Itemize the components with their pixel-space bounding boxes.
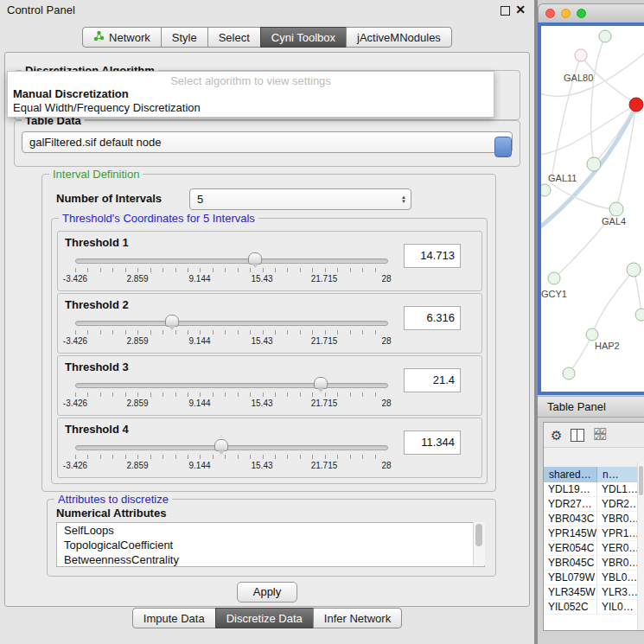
tick-label: 28 <box>381 399 391 408</box>
column-header-shared-name[interactable]: shared… <box>544 467 597 482</box>
network-view-window: GAL80GAL11GAL4GCY1HAP2 <box>538 3 644 394</box>
table-scrollbar[interactable] <box>637 462 644 630</box>
apply-button[interactable]: Apply <box>237 582 297 603</box>
slider-thumb-icon[interactable] <box>314 377 328 389</box>
network-node[interactable] <box>587 157 601 171</box>
threshold-slider[interactable] <box>75 258 388 264</box>
tab-select[interactable]: Select <box>207 27 261 48</box>
interval-definition-group: Interval Definition Number of Intervals … <box>41 174 496 492</box>
table-row[interactable]: YBR043CYBR0… <box>544 512 644 526</box>
dropdown-item-manual-discretization[interactable]: Manual Discretization <box>13 87 488 100</box>
network-view-frame: GAL80GAL11GAL4GCY1HAP2 <box>538 22 644 395</box>
slider-thumb-icon[interactable] <box>165 315 179 327</box>
tick-label: 2.859 <box>126 461 148 470</box>
group-title: Interval Definition <box>49 168 143 181</box>
table-cell: YIL052C <box>544 600 597 614</box>
threshold-label: Threshold 2 <box>65 298 129 311</box>
minimize-traffic-light-icon[interactable] <box>561 9 571 18</box>
table-row[interactable]: YPR145WYPR1… <box>544 526 644 541</box>
tab-cyni-toolbox[interactable]: Cyni Toolbox <box>260 27 347 48</box>
threshold-panel: Threshold 1 -3.4262.8599.14415.4321.7152… <box>57 231 482 291</box>
attribute-item[interactable]: BetweennessCentrality <box>57 552 484 567</box>
threshold-value-field[interactable]: 21.4 <box>404 368 461 392</box>
network-node[interactable] <box>541 184 551 196</box>
threshold-slider[interactable] <box>75 321 388 326</box>
threshold-panel: Threshold 3 -3.4262.8599.14415.4321.7152… <box>57 355 482 416</box>
slider-thumb-icon[interactable] <box>214 439 228 451</box>
network-node[interactable] <box>548 272 560 284</box>
threshold-panel: Threshold 2 -3.4262.8599.14415.4321.7152… <box>57 293 482 354</box>
network-window-titlebar <box>538 3 644 22</box>
slider-ticks <box>75 268 387 272</box>
tab-impute-data[interactable]: Impute Data <box>132 608 216 628</box>
network-node[interactable] <box>609 202 623 216</box>
gear-icon[interactable]: ⚙ <box>551 429 562 442</box>
network-tab-icon <box>93 30 105 44</box>
table-panel-window: ⚙ ☑☑☑☑ shared… n… YDL19…YDL1…YDR27…YDR2…… <box>543 422 644 631</box>
tab-discretize-data[interactable]: Discretize Data <box>215 608 314 628</box>
table-row[interactable]: YBR045CYBR0… <box>544 556 644 571</box>
list-scrollbar[interactable] <box>473 522 485 565</box>
algorithm-combo-fragment[interactable] <box>494 137 512 157</box>
dropdown-hint: Select algorithm to view settings <box>8 74 494 87</box>
threshold-slider[interactable] <box>75 445 388 450</box>
table-row[interactable]: YDR27…YDR2… <box>544 497 644 512</box>
attribute-item[interactable]: TopologicalCoefficient <box>57 538 484 552</box>
table-row[interactable]: YDL19…YDL1… <box>544 482 644 497</box>
network-node[interactable] <box>563 367 575 379</box>
tick-label: 15.43 <box>251 461 272 470</box>
tab-network[interactable]: Network <box>82 27 162 48</box>
tab-style[interactable]: Style <box>161 27 208 48</box>
tick-label: 2.859 <box>126 336 148 346</box>
attribute-item[interactable]: SelfLoops <box>57 523 484 538</box>
table-cell: YBR043C <box>544 512 597 526</box>
slider-ticks <box>75 330 387 335</box>
columns-icon[interactable] <box>571 429 584 442</box>
table-spacer <box>544 448 644 467</box>
numerical-attributes-list[interactable]: SelfLoopsTopologicalCoefficientBetweenne… <box>56 522 485 567</box>
bottom-tabbar: Impute Data Discretize Data Infer Networ… <box>0 608 534 628</box>
close-traffic-light-icon[interactable] <box>545 9 555 18</box>
algorithm-dropdown-popup: Select algorithm to view settings Manual… <box>7 71 494 118</box>
tick-label: -3.426 <box>63 399 87 408</box>
network-node[interactable] <box>599 30 611 42</box>
tick-label: 9.144 <box>188 399 210 408</box>
tick-label: 28 <box>381 336 391 346</box>
slider-thumb-icon[interactable] <box>248 252 262 265</box>
zoom-traffic-light-icon[interactable] <box>577 9 586 18</box>
threshold-slider[interactable] <box>75 383 388 388</box>
tick-label: 28 <box>381 274 391 284</box>
tab-infer-network[interactable]: Infer Network <box>313 608 402 628</box>
tab-label: Network <box>109 31 150 44</box>
threshold-value-field[interactable]: 14.713 <box>404 244 461 268</box>
network-node-label: HAP2 <box>595 341 620 351</box>
control-panel-titlebar: Control Panel ✕ <box>0 0 534 21</box>
network-canvas[interactable]: GAL80GAL11GAL4GCY1HAP2 <box>541 26 644 388</box>
close-icon[interactable]: ✕ <box>515 3 526 16</box>
threshold-value-field[interactable]: 6.316 <box>404 306 461 330</box>
table-row[interactable]: YIL052CYIL0… <box>544 600 644 615</box>
threshold-label: Threshold 4 <box>65 423 129 436</box>
network-node[interactable] <box>575 49 587 61</box>
dropdown-item-equal-width-frequency[interactable]: Equal Width/Frequency Discretization <box>13 101 488 114</box>
network-node[interactable] <box>627 263 641 277</box>
table-data-select[interactable]: galFiltered.sif default node ▲▼ <box>22 131 513 153</box>
threshold-value-field[interactable]: 11.344 <box>404 430 461 455</box>
table-row[interactable]: YBL079WYBL0… <box>544 571 644 585</box>
network-node[interactable] <box>629 98 643 112</box>
threshold-panel: Threshold 4 -3.4262.8599.14415.4321.7152… <box>57 418 482 478</box>
table-row[interactable]: YER054CYER0… <box>544 541 644 556</box>
tick-label: -3.426 <box>63 461 87 470</box>
network-node[interactable] <box>635 309 644 321</box>
checkbox-grid-icon[interactable]: ☑☑☑☑ <box>593 429 605 441</box>
float-window-icon[interactable] <box>501 6 510 16</box>
threshold-label: Threshold 1 <box>65 236 129 249</box>
tick-label: 9.144 <box>188 274 210 284</box>
table-panel-titlebar[interactable]: Table Panel <box>538 396 644 418</box>
network-node[interactable] <box>586 328 598 341</box>
table-row[interactable]: YLR345WYLR3… <box>544 585 644 600</box>
table-data-group: Table Data galFiltered.sif default node … <box>14 120 520 167</box>
tab-jactivemnodules[interactable]: jActiveMNodules <box>346 27 452 48</box>
number-of-intervals-select[interactable]: 5 ▲▼ <box>189 188 411 210</box>
window-title: Control Panel <box>7 3 75 16</box>
